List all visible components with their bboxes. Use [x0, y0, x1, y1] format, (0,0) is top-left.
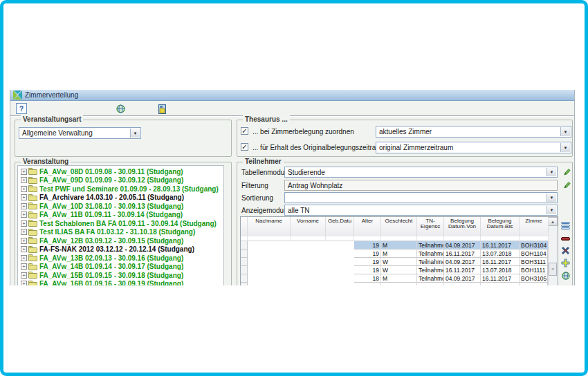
expand-plus-icon[interactable]: +: [21, 263, 27, 270]
thesaurus-checkbox-2[interactable]: ✓: [241, 143, 248, 151]
expand-plus-icon[interactable]: +: [21, 186, 27, 192]
table-cell[interactable]: 04.09.2017: [444, 241, 481, 250]
table-cell[interactable]: BOH1104: [520, 250, 549, 258]
table-cell[interactable]: M: [381, 250, 417, 258]
pencil-icon[interactable]: [563, 180, 571, 189]
table-cell[interactable]: 16.11.2017: [481, 241, 520, 250]
expand-plus-icon[interactable]: +: [21, 238, 27, 244]
globe-icon[interactable]: [116, 104, 126, 114]
thesaurus-checkbox-1[interactable]: ✓: [241, 127, 248, 135]
expand-plus-icon[interactable]: +: [21, 229, 27, 235]
table-cell[interactable]: Teilnahme: [417, 250, 444, 258]
table-cell[interactable]: BOH3105: [520, 274, 549, 283]
column-header[interactable]: Geb.Datu: [326, 217, 354, 236]
delete-x-icon[interactable]: [560, 245, 571, 256]
table-cell[interactable]: 16.11.2017: [444, 266, 481, 274]
table-cell[interactable]: 19: [354, 266, 381, 274]
expand-plus-icon[interactable]: +: [21, 255, 27, 261]
table-cell[interactable]: 04.09.2017: [444, 258, 481, 266]
sortierung-select[interactable]: ▼: [284, 192, 558, 203]
expand-plus-icon[interactable]: +: [21, 272, 27, 279]
tree-item[interactable]: +Test Schablonen BA FA 01.09.11 - 30.09.…: [18, 219, 223, 228]
catalog-icon[interactable]: [157, 104, 167, 114]
chevron-down-icon[interactable]: ▼: [546, 194, 556, 202]
chevron-down-icon[interactable]: ▼: [546, 206, 556, 214]
tree-item[interactable]: +FA_AVw_14B 01.09.14 - 30.09.17 (Studgan…: [18, 263, 223, 272]
table-cell[interactable]: W: [381, 266, 417, 274]
column-header[interactable]: Vorname: [291, 217, 326, 236]
row-selector-cell[interactable]: [241, 283, 248, 285]
title-bar[interactable]: Zimmerverteilung: [10, 90, 574, 101]
scroll-up-icon[interactable]: ▲: [548, 217, 558, 226]
tree-item[interactable]: +Test ILIAS BA FA 01.03.12 - 31.10.18 (S…: [18, 228, 223, 237]
tabellenmodus-select[interactable]: Studierende ▼: [284, 167, 558, 178]
tree-item[interactable]: +FA_AVw_15B 01.09.15 - 30.09.18 (Studgan…: [18, 271, 223, 280]
table-cell[interactable]: Teilnahme: [417, 258, 444, 266]
table-cell[interactable]: M: [381, 241, 417, 250]
row-selector-cell[interactable]: [241, 274, 248, 283]
chevron-down-icon[interactable]: ▼: [560, 127, 570, 136]
pencil-icon[interactable]: [563, 167, 571, 176]
column-header[interactable]: Belegung Datum-Von: [444, 217, 481, 236]
table-cell[interactable]: W: [381, 258, 417, 266]
table-cell[interactable]: 18: [354, 274, 381, 283]
table-cell[interactable]: [381, 283, 417, 285]
table-cell[interactable]: Teilnahme: [417, 241, 444, 250]
column-header[interactable]: Alter: [354, 217, 381, 236]
anzeigemodus-select[interactable]: alle TN ▼: [284, 205, 558, 216]
scrollbar-thumb[interactable]: ≡: [549, 263, 557, 276]
expand-plus-icon[interactable]: +: [21, 246, 27, 252]
tree-item[interactable]: +Test PWF und Seminare 01.09.09 - 28.09.…: [18, 185, 223, 194]
expand-plus-icon[interactable]: +: [21, 169, 27, 175]
expand-plus-icon[interactable]: +: [21, 177, 27, 183]
table-cell[interactable]: 19: [354, 258, 381, 266]
veranstaltung-tree[interactable]: +FA_AVw_08D 01.09.08 - 30.09.11 (Studgan…: [17, 165, 224, 285]
table-scrollbar[interactable]: ▲ ≡: [547, 217, 558, 285]
table-cell[interactable]: 04.09.2017: [444, 274, 481, 283]
add-icon[interactable]: [560, 258, 571, 268]
thesaurus-row1-select[interactable]: aktuelles Zimmer ▼: [376, 126, 571, 138]
column-header[interactable]: Zimme: [520, 217, 549, 236]
column-header[interactable]: Nachname: [248, 217, 291, 236]
table-cell[interactable]: [520, 283, 549, 285]
table-cell[interactable]: 19: [354, 241, 381, 250]
tree-item[interactable]: +FA_AVw_09D 01.09.09 - 30.09.12 (Studgan…: [18, 176, 223, 185]
row-selector-cell[interactable]: [241, 241, 248, 250]
help-button[interactable]: ?: [16, 103, 27, 114]
refresh-globe-icon[interactable]: [560, 270, 571, 281]
expand-plus-icon[interactable]: +: [21, 220, 27, 227]
table-cell[interactable]: 16.11.2017: [444, 250, 481, 258]
thesaurus-row2-select[interactable]: original Zimmerzeitraum ▼: [376, 142, 571, 153]
tree-item[interactable]: +FA_Archivare 14.03.10 - 20.05.11 (Studg…: [18, 194, 223, 203]
veranstaltungsart-select[interactable]: Allgemeine Verwaltung ▼: [19, 127, 141, 139]
table-cell[interactable]: [444, 283, 481, 285]
expand-plus-icon[interactable]: +: [21, 212, 27, 218]
table-cell[interactable]: BOH3104: [520, 241, 549, 250]
tree-item[interactable]: +FA_AVw_16B 01.09.16 - 30.09.19 (Studgan…: [18, 280, 223, 286]
table-cell[interactable]: 16.11.2017: [481, 274, 520, 283]
table-cell[interactable]: [481, 283, 520, 285]
tree-item[interactable]: +FA_AVw_11B 01.09.11 - 30.09.14 (Studgan…: [18, 211, 223, 220]
assign-rows-icon[interactable]: [560, 220, 571, 231]
table-cell[interactable]: 13.07.2018: [481, 250, 520, 258]
chevron-down-icon[interactable]: ▼: [560, 143, 570, 152]
expand-plus-icon[interactable]: +: [21, 281, 27, 285]
column-header[interactable]: TN-Eigensc: [417, 217, 444, 236]
table-cell[interactable]: M: [381, 274, 417, 283]
tree-item[interactable]: +FA_AVw_10D 31.08.10 - 30.09.13 (Studgan…: [18, 202, 223, 211]
tree-item[interactable]: +FA_AVw_08D 01.09.08 - 30.09.11 (Studgan…: [18, 167, 223, 176]
chevron-down-icon[interactable]: ▼: [130, 129, 140, 138]
table-cell[interactable]: 13.07.2018: [481, 266, 520, 274]
table-cell[interactable]: BOH1111: [520, 266, 549, 274]
chevron-down-icon[interactable]: ▼: [546, 168, 556, 176]
tree-item[interactable]: +FA-FS-NAK 2012 03.12.12 - 20.12.14 (Stu…: [18, 245, 223, 254]
row-selector-cell[interactable]: [241, 266, 248, 274]
table-cell[interactable]: 16.11.2017: [481, 258, 520, 266]
tree-item[interactable]: +FA_AVw_13B 02.09.13 - 30.09.16 (Studgan…: [18, 254, 223, 263]
row-selector-cell[interactable]: [241, 258, 248, 266]
teilnehmer-table[interactable]: ▲ ≡ NachnameVornameGeb.DatuAlterGeschlec…: [240, 216, 558, 285]
table-cell[interactable]: [354, 283, 381, 285]
column-header[interactable]: Belegung Datum-Bis: [481, 217, 520, 236]
table-cell[interactable]: BOH3111: [520, 258, 549, 266]
table-cell[interactable]: 19: [354, 250, 381, 258]
